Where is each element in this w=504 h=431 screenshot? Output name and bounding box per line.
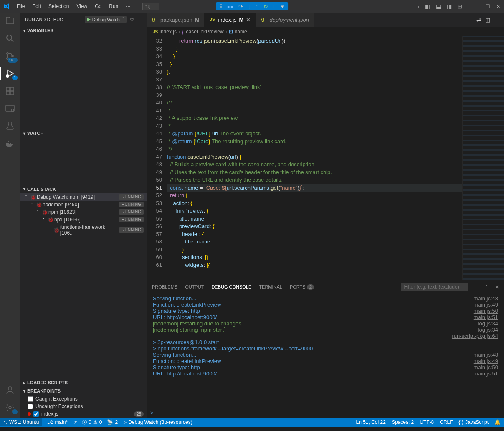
debug-step-out-icon[interactable]: ↑: [256, 3, 258, 10]
breakpoint-caught[interactable]: Caught Exceptions: [20, 395, 147, 403]
console-source-link[interactable]: main.js:48: [474, 295, 498, 302]
debug-status[interactable]: ▷ Debug Watch (3p-resources): [123, 419, 192, 425]
split-editor-icon[interactable]: ◫: [485, 17, 490, 23]
breadcrumb-func[interactable]: caseLinkPreview: [186, 29, 224, 35]
console-source-link[interactable]: main.js:49: [474, 302, 498, 308]
breakpoints-section-header[interactable]: BREAKPOINTS: [20, 387, 147, 395]
command-center-input[interactable]: [142, 3, 159, 10]
language-mode[interactable]: { } JavaScript: [459, 419, 489, 425]
loaded-scripts-section-header[interactable]: LOADED SCRIPTS: [20, 378, 147, 387]
panel-tab-problems[interactable]: PROBLEMS: [152, 282, 177, 292]
menu-edit[interactable]: Edit: [29, 2, 44, 11]
code-editor[interactable]: 3233343536373839404142434445464748495051…: [147, 36, 504, 280]
tab-index.js[interactable]: JSindex.jsM✕: [205, 13, 256, 27]
tab-package.json[interactable]: {}package.jsonM: [147, 13, 205, 27]
remote-explorer-icon[interactable]: [5, 104, 15, 114]
remote-indicator[interactable]: ⇋ WSL: Ubuntu: [0, 418, 42, 426]
console-source-link[interactable]: run-script-pkg.js:64: [452, 333, 498, 339]
chevron-down-icon[interactable]: ˅: [31, 202, 36, 207]
eol[interactable]: CRLF: [440, 419, 453, 425]
debug-drag-icon[interactable]: ⦙⦙: [220, 3, 222, 10]
callstack-item[interactable]: ˅🐞nodemon [9450]RUNNING: [20, 201, 147, 208]
chevron-down-icon[interactable]: ˅: [25, 195, 30, 199]
breadcrumb-var[interactable]: name: [235, 29, 247, 35]
layout-panel-icon[interactable]: ▭: [414, 3, 419, 10]
compare-icon[interactable]: ⇄: [476, 17, 481, 23]
console-source-link[interactable]: main.js:50: [474, 364, 498, 370]
sync-icon[interactable]: ⟳: [73, 419, 77, 425]
callstack-item[interactable]: 🐞functions-framework [106...RUNNING: [20, 223, 147, 237]
close-tab-icon[interactable]: ✕: [246, 17, 251, 23]
panel-tab-output[interactable]: OUTPUT: [185, 282, 204, 292]
console-source-link[interactable]: log.js:34: [478, 320, 498, 327]
maximize-icon[interactable]: ☐: [485, 3, 490, 10]
code-content[interactable]: return res.json(caseLinkPreview(parsedUr…: [167, 36, 462, 280]
panel-tab-ports[interactable]: PORTS 2: [290, 282, 314, 292]
debug-console-input[interactable]: [147, 408, 504, 418]
extensions-icon[interactable]: [5, 86, 15, 96]
debug-console-output[interactable]: Serving function...main.js:48Function: c…: [147, 294, 504, 408]
callstack-item[interactable]: ˅🐞npx [10656]RUNNING: [20, 216, 147, 223]
menu-go[interactable]: Go: [91, 2, 105, 11]
console-source-link[interactable]: main.js:50: [474, 308, 498, 314]
chevron-down-icon[interactable]: ˅: [37, 210, 42, 214]
variables-section-header[interactable]: VARIABLES: [20, 26, 147, 35]
cursor-position[interactable]: Ln 51, Col 22: [356, 419, 386, 425]
filter-input[interactable]: [401, 283, 468, 291]
breadcrumb[interactable]: JS index.js › ƒ caseLinkPreview › ⊡ name: [147, 27, 504, 36]
more-actions-icon[interactable]: ⋯: [494, 17, 500, 23]
settings-gear-icon[interactable]: 1: [5, 403, 15, 413]
more-icon[interactable]: ⋯: [137, 17, 142, 22]
watch-section-header[interactable]: WATCH: [20, 129, 147, 137]
debug-pause-icon[interactable]: ∎∎: [227, 3, 233, 10]
debug-step-into-icon[interactable]: ↓: [248, 3, 251, 10]
layout-sidebar-left-icon[interactable]: ◧: [425, 3, 430, 10]
chevron-up-icon[interactable]: ˄: [485, 284, 488, 290]
accounts-icon[interactable]: [5, 385, 15, 395]
breadcrumb-file[interactable]: index.js: [160, 29, 177, 35]
console-source-link[interactable]: main.js:48: [474, 352, 498, 358]
close-panel-icon[interactable]: ✕: [495, 284, 499, 290]
console-source-link[interactable]: main.js:51: [474, 314, 498, 320]
debug-stop-icon[interactable]: □: [273, 3, 276, 10]
menu-view[interactable]: View: [73, 2, 91, 11]
debug-step-over-icon[interactable]: ↷: [238, 3, 243, 10]
testing-icon[interactable]: [5, 121, 15, 131]
debug-dropdown-icon[interactable]: ▾: [281, 3, 284, 10]
debug-toolbar[interactable]: ⦙⦙ ∎∎ ↷ ↓ ↑ ↻ □ ▾: [216, 2, 289, 10]
tab-deployment.json[interactable]: {}deployment.json: [256, 13, 314, 27]
breakpoint-uncaught[interactable]: Uncaught Exceptions: [20, 403, 147, 410]
callstack-item[interactable]: ˅🐞Debug Watch: npm [9419]RUNNING: [20, 193, 147, 201]
callstack-section-header[interactable]: CALL STACK: [20, 185, 147, 193]
debug-restart-icon[interactable]: ↻: [263, 3, 268, 10]
git-branch[interactable]: ⎇ main*: [47, 419, 68, 425]
menu-selection[interactable]: Selection: [45, 2, 72, 11]
start-debug-button[interactable]: ▶ Debug Watch ˅: [85, 16, 127, 23]
panel-tab-terminal[interactable]: TERMINAL: [259, 282, 282, 292]
layout-sidebar-right-icon[interactable]: ◨: [447, 3, 452, 10]
minimize-icon[interactable]: —: [474, 3, 479, 10]
search-icon[interactable]: [5, 33, 15, 43]
layout-panel-bottom-icon[interactable]: ⬓: [436, 3, 441, 10]
settings-icon[interactable]: ≡: [475, 284, 478, 289]
menu-run[interactable]: Run: [106, 2, 122, 11]
source-control-icon[interactable]: 1K+: [5, 51, 15, 61]
console-source-link[interactable]: log.js:34: [478, 327, 498, 333]
uncaught-checkbox[interactable]: [28, 404, 33, 409]
docker-icon[interactable]: [5, 139, 15, 149]
caught-checkbox[interactable]: [28, 396, 33, 402]
menu-⋯[interactable]: ⋯: [122, 2, 134, 11]
breakpoint-file[interactable]: index.js25: [20, 410, 147, 418]
customize-layout-icon[interactable]: ⊞: [458, 3, 462, 10]
explorer-icon[interactable]: [5, 16, 15, 26]
menu-file[interactable]: File: [13, 2, 28, 11]
file-bp-checkbox[interactable]: [33, 411, 39, 417]
notifications-icon[interactable]: 🔔: [494, 419, 501, 425]
callstack-item[interactable]: ˅🐞npm [10623]RUNNING: [20, 208, 147, 216]
minimap[interactable]: [462, 36, 504, 280]
encoding[interactable]: UTF-8: [420, 419, 434, 425]
run-debug-icon[interactable]: 1: [5, 68, 15, 79]
indentation[interactable]: Spaces: 2: [392, 419, 414, 425]
gear-icon[interactable]: ⚙: [130, 17, 134, 22]
problems-indicator[interactable]: ⓧ 0 ⚠ 0: [82, 419, 102, 426]
